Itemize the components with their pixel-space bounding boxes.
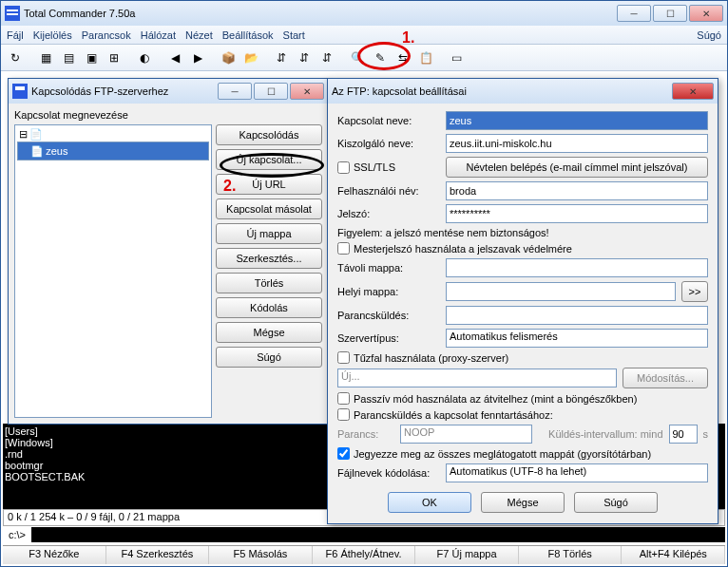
keepalive-checkbox[interactable]: Parancsküldés a kapcsolat fenntartásához… [337,408,708,421]
keepalive-cmd-select[interactable]: NOOP [400,425,532,444]
menu-view[interactable]: Nézet [185,29,213,41]
invert-icon[interactable]: ◐ [134,47,155,68]
f4-button[interactable]: F4 Szerkesztés [106,546,210,564]
help-button[interactable]: Súgó [574,492,658,513]
seconds-label: s [703,428,709,440]
help-button[interactable]: Súgó [216,347,322,368]
copy-connection-button[interactable]: Kapcsolat másolat [216,198,322,219]
remember-dirs-checkbox[interactable]: Jegyezze meg az összes meglátogatott map… [337,447,708,460]
command-input[interactable] [31,527,725,542]
f7-button[interactable]: F7 Új mappa [415,546,519,564]
sendcmd-label: Parancsküldés: [337,310,440,321]
path-label: c:\> [3,529,31,540]
interval-input[interactable] [669,425,698,444]
copy-names-icon[interactable]: 📋 [415,47,436,68]
browse-button[interactable]: >> [681,281,708,302]
main-titlebar: Total Commander 7.50a ─ ☐ ✕ [1,1,727,26]
command-line[interactable]: c:\> [3,526,725,543]
firewall-select[interactable]: Új... [337,369,617,387]
save-icon [12,84,28,99]
connection-tree[interactable]: ⊟📄 📄zeus [14,124,212,418]
notepad-icon[interactable]: ▭ [446,47,467,68]
menu-select[interactable]: Kijelölés [33,29,72,41]
ftp-connect-icon[interactable]: ⇵ [271,47,292,68]
passive-checkbox[interactable]: Passzív mód használata az átvitelhez (mi… [337,392,708,405]
svg-rect-2 [7,13,18,15]
connect-button[interactable]: Kapcsolódás [216,124,322,145]
encode-button[interactable]: Kódolás [216,297,322,318]
close-button[interactable]: ✕ [689,5,723,22]
edit-button[interactable]: Szerkesztés... [216,248,322,269]
cancel-button[interactable]: Mégse [481,492,565,513]
encoding-label: Fájlnevek kódolása: [337,467,440,479]
unpack-icon[interactable]: 📂 [240,47,261,68]
conn-name-label: Kapcsolat neve: [337,115,440,126]
dlg2-title: Az FTP: kapcsolat beállításai [332,85,672,97]
master-pass-checkbox[interactable]: Mesterjelszó használata a jelszavak véde… [337,242,708,255]
dlg1-minimize[interactable]: ─ [218,83,252,100]
user-label: Felhasználói név: [337,185,440,197]
pass-input[interactable] [446,204,708,223]
pack-icon[interactable]: 📦 [218,47,239,68]
sendcmd-input[interactable] [446,306,708,325]
reload-icon[interactable]: ↻ [5,47,26,68]
user-input[interactable] [446,181,708,200]
firewall-modify-button: Módosítás... [623,368,708,388]
cancel-button[interactable]: Mégse [216,322,322,343]
firewall-checkbox[interactable]: Tűzfal használata (proxy-szerver) [337,351,708,364]
menu-config[interactable]: Beállítások [222,29,274,41]
view-tree-icon[interactable]: ⊞ [104,47,125,68]
ok-button[interactable]: OK [388,492,471,513]
menubar: Fájl Kijelölés Parancsok Hálózat Nézet B… [1,26,727,45]
f6-button[interactable]: F6 Áthely/Átnev. [313,546,416,564]
anon-login-button[interactable]: Névtelen belépés (e-mail címmel mint jel… [446,157,708,178]
function-key-bar: F3 Nézőke F4 Szerkesztés F5 Másolás F6 Á… [3,545,725,564]
annotation-2: 2. [223,178,236,195]
cmd-label: Parancs: [337,428,394,440]
back-icon[interactable]: ◀ [164,47,185,68]
app-title: Total Commander 7.50a [24,8,617,19]
encoding-select[interactable]: Automatikus (UTF-8 ha lehet) [446,463,708,482]
f5-button[interactable]: F5 Másolás [209,546,313,564]
remote-dir-input[interactable] [446,258,708,277]
view-thumb-icon[interactable]: ▣ [81,47,102,68]
ssl-checkbox[interactable]: SSL/TLS [337,161,440,174]
conn-name-input[interactable] [446,111,708,130]
maximize-button[interactable]: ☐ [653,5,687,22]
menu-net[interactable]: Hálózat [141,29,176,41]
annotation-ellipse-2 [220,153,324,178]
tree-item[interactable]: ⊟📄 [17,127,209,142]
server-type-label: Szervertípus: [337,332,440,344]
menu-commands[interactable]: Parancsok [82,29,131,41]
dlg2-close[interactable]: ✕ [672,83,714,100]
app-icon [5,6,20,21]
delete-button[interactable]: Törlés [216,273,322,293]
f3-button[interactable]: F3 Nézőke [3,546,106,564]
tree-item-selected[interactable]: 📄zeus [17,142,209,161]
menu-start[interactable]: Start [283,29,305,41]
ftp-url-icon[interactable]: ⇵ [316,47,337,68]
new-folder-button[interactable]: Új mappa [216,223,322,244]
folder-icon: 📄 [29,128,43,141]
altf4-button[interactable]: Alt+F4 Kilépés [622,546,725,564]
f8-button[interactable]: F8 Törlés [519,546,623,564]
ftp-new-icon[interactable]: ⇵ [294,47,315,68]
svg-rect-4 [15,86,25,90]
dlg1-maximize[interactable]: ☐ [254,83,288,100]
host-input[interactable] [446,134,708,153]
menu-file[interactable]: Fájl [7,29,24,41]
host-label: Kiszolgáló neve: [337,138,440,149]
page-icon: 📄 [30,145,44,158]
view-full-icon[interactable]: ▤ [58,47,79,68]
minimize-button[interactable]: ─ [617,5,651,22]
local-dir-input[interactable] [446,282,676,301]
dlg1-title: Kapcsolódás FTP-szerverhez [31,85,218,97]
ftp-settings-dialog: Az FTP: kapcsolat beállításai ✕ Kapcsola… [327,78,718,524]
server-type-select[interactable]: Automatikus felismerés [446,329,708,348]
local-dir-label: Helyi mappa: [337,286,440,297]
dlg1-close[interactable]: ✕ [290,83,324,100]
view-brief-icon[interactable]: ▦ [35,47,56,68]
menu-help[interactable]: Súgó [697,29,721,41]
pass-label: Jelszó: [337,208,440,219]
forward-icon[interactable]: ▶ [187,47,208,68]
